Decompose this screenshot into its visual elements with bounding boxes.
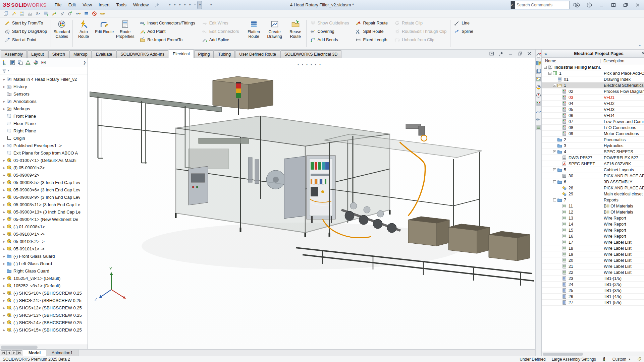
restore-icon[interactable] [517, 51, 523, 56]
export-cable-icon[interactable] [68, 11, 73, 16]
panel-column-headers[interactable]: Name Description [542, 58, 644, 64]
filter-funnel-icon[interactable] [2, 68, 7, 73]
tab-electrical[interactable]: Electrical [169, 50, 194, 58]
tab-sketch[interactable]: Sketch [48, 50, 69, 58]
minimize-icon[interactable] [508, 51, 513, 56]
expand-arrow-icon[interactable]: ▸ [2, 218, 6, 221]
project-page-row[interactable]: 08I / O Connections [542, 125, 644, 131]
tree-item[interactable]: ▸(-) Left Glass Guard [0, 260, 88, 267]
expand-arrow-icon[interactable]: ▸ [2, 107, 6, 111]
project-page-row[interactable]: 15Wire Report [542, 227, 644, 233]
project-page-row[interactable]: 2Pneumatics [542, 137, 644, 143]
collapse-box-icon[interactable] [544, 66, 547, 69]
expand-arrow-icon[interactable]: ▸ [2, 159, 6, 162]
search-input[interactable] [515, 3, 572, 7]
filter-caret-icon[interactable]: ▾ [8, 69, 9, 72]
project-page-row[interactable]: 11Bill Of Materials [542, 203, 644, 209]
expand-arrow-icon[interactable]: ▸ [2, 232, 6, 236]
collapse-panel-icon[interactable]: « [544, 51, 547, 56]
tree-item[interactable]: Right Plane [0, 127, 88, 134]
expand-arrow-icon[interactable]: ▸ [2, 284, 6, 288]
tab-feature-manager-tree[interactable] [2, 60, 8, 65]
expand-arrow-icon[interactable]: ▸ [2, 203, 6, 206]
collapse-box-icon[interactable] [548, 72, 551, 75]
tree-item[interactable]: ▸(-) 01-01008<1> [0, 223, 88, 230]
tree-item[interactable]: ▸Published Envelopes1 -> [0, 142, 88, 149]
edit-route-button[interactable]: Edit Route [94, 18, 115, 49]
project-page-row[interactable]: 01Drawing Index [542, 76, 644, 82]
project-page-row[interactable]: 30PICK AND PLACE ADD-ON [542, 173, 644, 179]
panel-settings-gear-icon[interactable] [641, 51, 644, 56]
tree-item[interactable]: ▸05-09003<6> (3 Inch End Cap Lev [0, 186, 88, 193]
hide-show-items-button[interactable]: ▾ [305, 60, 308, 68]
expand-arrow-icon[interactable]: ▸ [2, 306, 6, 310]
rebuild-traffic-warning-button[interactable] [202, 1, 205, 9]
collapse-box-icon[interactable] [553, 168, 556, 171]
no-entry-icon[interactable] [92, 11, 97, 16]
tree-item[interactable]: ▸Mates in 4 Head Rotary Filler_v2 [0, 75, 88, 83]
covering-button[interactable]: Covering [309, 28, 351, 35]
project-page-row[interactable]: 07Low Power and Comms [542, 119, 644, 125]
tree-item[interactable]: ▸05-09004<1> (New Weldment De [0, 216, 88, 223]
project-page-row[interactable]: 03VFD1 [542, 95, 644, 101]
menu-window[interactable]: Window [130, 1, 152, 8]
home-button[interactable] [164, 1, 167, 9]
assembly-settings-text[interactable]: Large Assembly Settings [552, 357, 596, 362]
search-scope-icon[interactable]: >_ [511, 1, 515, 9]
prev-tab-icon[interactable] [6, 350, 11, 355]
project-page-row[interactable]: 3Hydraulics [542, 143, 644, 149]
tree-item[interactable]: ▸(-) SHCS<14> (SBHCSCREW 0.25 [0, 319, 88, 326]
add-point-button[interactable]: Add Point [138, 28, 197, 35]
tag-icon[interactable] [637, 357, 641, 361]
expand-arrow-icon[interactable]: ▸ [2, 313, 6, 317]
tree-item[interactable]: ▸05-09003<5> (3 Inch End Cap Lev [0, 179, 88, 186]
project-page-row[interactable]: 02Process Flow Diagram [542, 88, 644, 95]
hide-routes-button[interactable] [336, 60, 337, 68]
hide-planes-button[interactable] [328, 60, 329, 68]
open-doc-button[interactable]: ▾ [172, 1, 177, 9]
tab-dimxpert-manager[interactable] [25, 60, 31, 65]
section-view-button[interactable] [294, 60, 295, 68]
hide-sketches-button[interactable] [323, 60, 324, 68]
insert-connectors-fittings-button[interactable]: Insert Connectors/Fittings [138, 19, 197, 27]
project-page-row[interactable]: 27TB1-(5/5) [542, 300, 644, 306]
split-route-button[interactable]: Split Route [354, 28, 389, 35]
tab-solidworks-add-ins[interactable]: SOLIDWORKS Add-Ins [116, 50, 168, 58]
expand-arrow-icon[interactable]: ▸ [2, 225, 6, 229]
expand-arrow-icon[interactable]: ▸ [2, 210, 6, 214]
project-page-row[interactable]: 12Bill Of Materials [542, 209, 644, 215]
options-list-button[interactable] [205, 1, 208, 9]
project-page-row[interactable]: 1Pick and Place Add-On [542, 70, 644, 76]
project-page-row[interactable]: 23TB1-(1/5) [542, 276, 644, 282]
library-icon[interactable] [536, 60, 541, 66]
tree-item[interactable]: Exit Plane for Soap from ABCO A [0, 149, 88, 157]
tab-model[interactable]: Model [23, 350, 46, 356]
expand-arrow-icon[interactable]: ▸ [2, 328, 6, 332]
tree-item[interactable]: ▸Markups [0, 105, 88, 112]
tree-item[interactable]: ▸(-) SHCS<12> (SBHCSCREW 0.25 [0, 304, 88, 311]
expand-arrow-icon[interactable]: ▸ [2, 299, 6, 302]
tree-item[interactable]: ▸05-09003<13> (3 Inch End Cap Le [0, 208, 88, 216]
tab-solidworks-electrical-3d[interactable]: SOLIDWORKS Electrical 3D [280, 50, 341, 58]
standard-cables-button[interactable]: Standard Cables [51, 18, 72, 49]
expand-arrow-icon[interactable]: ▸ [2, 173, 6, 177]
project-page-row[interactable]: 29Main electrical closet [542, 191, 644, 197]
expand-arrow-icon[interactable]: ▸ [2, 100, 6, 103]
restore-icon[interactable] [621, 1, 630, 9]
tree-item[interactable]: Floor Plane [0, 120, 88, 127]
auto-route-button[interactable]: Auto Route [73, 18, 94, 49]
collapse-box-icon[interactable] [553, 150, 556, 153]
tab-assembly[interactable]: Assembly [1, 50, 27, 58]
connector-icon[interactable] [536, 117, 541, 122]
expand-arrow-icon[interactable]: ▸ [2, 77, 6, 81]
tree-item[interactable]: Right Glass Guard [0, 267, 88, 275]
tree-item[interactable]: ▸(-) SHCS<10> (SBHCSCREW 0.25 [0, 289, 88, 297]
pages-icon[interactable] [3, 11, 8, 16]
project-page-row[interactable]: 25TB1-(3/5) [542, 288, 644, 294]
hide-connectors-button[interactable] [333, 60, 335, 68]
tree-item[interactable]: ▸History [0, 83, 88, 90]
pin-menu-icon[interactable] [155, 2, 160, 8]
project-page-row[interactable]: 14Wire Report [542, 221, 644, 227]
reuse-route-button[interactable]: Reuse Route [285, 18, 306, 49]
add-bends-button[interactable]: Add Bends [309, 36, 351, 44]
